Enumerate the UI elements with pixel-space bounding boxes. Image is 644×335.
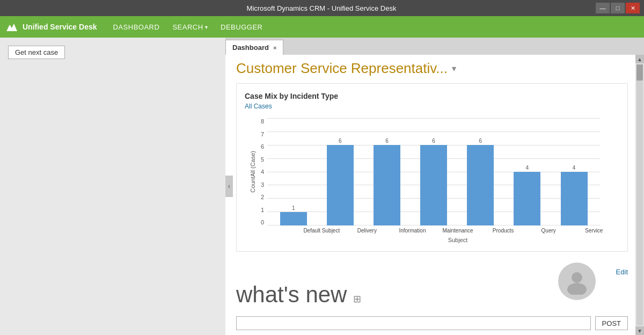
bar-rect-maintenance — [420, 145, 447, 225]
left-panel: Get next case ‹ — [0, 38, 225, 335]
svg-marker-0 — [6, 24, 17, 31]
chart-title: Case Mix by Incident Type — [245, 92, 619, 100]
tab-label: Dashboard — [232, 43, 269, 52]
get-next-case-button[interactable]: Get next case — [8, 46, 65, 59]
logo-icon — [5, 20, 18, 33]
window-controls: — □ ✕ — [596, 3, 640, 13]
bar-default-subject: 1 — [273, 205, 314, 225]
bar-rect-default-subject — [280, 212, 307, 225]
svg-point-1 — [572, 272, 582, 283]
maximize-button[interactable]: □ — [611, 3, 625, 13]
collapse-panel-button[interactable]: ‹ — [225, 176, 233, 197]
nav-menu: DASHBOARD SEARCH ▾ DEBUGGER — [108, 20, 268, 34]
minimize-button[interactable]: — — [596, 3, 610, 13]
avatar — [558, 263, 596, 300]
dashboard-title: Customer Service Representativ... ▾ — [236, 60, 456, 77]
title-chevron-icon: ▾ — [452, 63, 456, 74]
chart-section: Case Mix by Incident Type All Cases Coun… — [236, 83, 628, 252]
scroll-down-button[interactable]: ▼ — [635, 326, 644, 335]
edit-link[interactable]: Edit — [616, 268, 628, 276]
bar-maintenance: 6 — [413, 138, 455, 225]
menu-bar: Unified Service Desk DASHBOARD SEARCH ▾ … — [0, 16, 644, 38]
bar-delivery: 6 — [319, 138, 361, 225]
tab-bar: Dashboard × — [225, 38, 644, 55]
x-axis-title: Subject — [296, 237, 619, 243]
scroll-up-button[interactable]: ▲ — [635, 55, 644, 63]
svg-point-2 — [567, 283, 587, 295]
collapse-icon: ‹ — [228, 183, 230, 190]
scroll-thumb[interactable] — [636, 64, 643, 81]
window-title: Microsoft Dynamics CRM - Unified Service… — [47, 4, 596, 12]
x-axis-labels: Default Subject Delivery Information Mai… — [296, 225, 619, 234]
chart-subtitle: All Cases — [245, 103, 619, 110]
y-axis-label: CountAll (Case) — [250, 151, 256, 193]
right-scrollbar: ▲ ▼ — [635, 55, 644, 335]
post-button[interactable]: POST — [595, 316, 628, 330]
nav-item-dashboard[interactable]: DASHBOARD — [108, 20, 165, 34]
dashboard-tab[interactable]: Dashboard × — [225, 40, 283, 55]
main-content: Get next case ‹ Dashboard × Customer Ser… — [0, 38, 644, 335]
nav-item-search[interactable]: SEARCH ▾ — [167, 20, 213, 34]
bar-rect-information — [374, 145, 400, 225]
bars-container: 1 6 6 — [273, 118, 595, 225]
bar-products: 6 — [460, 138, 501, 225]
bar-rect-service — [561, 172, 588, 225]
search-chevron-icon: ▾ — [205, 24, 208, 30]
post-input[interactable] — [236, 316, 591, 330]
y-axis-ticks: 8 7 6 5 4 3 2 1 0 — [261, 118, 267, 225]
bar-query: 4 — [507, 165, 548, 225]
avatar-icon — [564, 268, 590, 295]
bar-information: 6 — [366, 138, 407, 225]
bar-rect-query — [514, 172, 540, 225]
whats-new-title: what's new ⊞ — [236, 282, 361, 308]
app-title: Unified Service Desk — [23, 23, 97, 31]
right-panel: Dashboard × Customer Service Representat… — [225, 38, 644, 335]
close-button[interactable]: ✕ — [626, 3, 640, 13]
title-bar: Microsoft Dynamics CRM - Unified Service… — [0, 0, 644, 16]
scroll-track — [636, 64, 643, 325]
logo-area: Unified Service Desk — [5, 20, 97, 33]
nav-item-debugger[interactable]: DEBUGGER — [215, 20, 268, 34]
post-area: POST — [236, 316, 628, 330]
dashboard-content: Customer Service Representativ... ▾ Case… — [225, 55, 644, 335]
bar-rect-delivery — [327, 145, 354, 225]
whats-new-section: Edit what's new ⊞ — [236, 263, 628, 330]
bar-rect-products — [467, 145, 494, 225]
bar-service: 4 — [553, 165, 595, 225]
whats-new-icon: ⊞ — [353, 294, 361, 304]
tab-close-icon[interactable]: × — [273, 45, 276, 51]
